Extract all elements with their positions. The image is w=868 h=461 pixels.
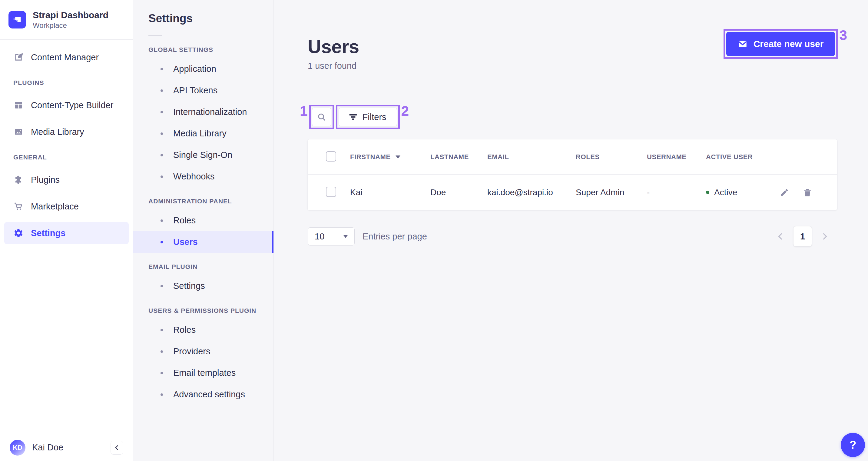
bullet-icon <box>160 154 163 156</box>
column-header-label: FIRSTNAME <box>350 153 391 161</box>
subnav-section-global-settings: GLOBAL SETTINGS <box>148 46 274 53</box>
subnav-item-label: Settings <box>173 281 205 291</box>
subnav-item-label: Advanced settings <box>173 390 245 400</box>
create-new-user-label: Create new user <box>753 39 824 49</box>
pagination-previous-button[interactable] <box>777 232 784 240</box>
bullet-icon <box>160 350 163 353</box>
bullet-icon <box>160 329 163 331</box>
gear-icon <box>13 228 24 238</box>
sidebar-item-label: Marketplace <box>31 202 79 211</box>
sidebar-item-label: Plugins <box>31 175 60 185</box>
entries-per-page-label: Entries per page <box>363 232 427 241</box>
bullet-icon <box>160 241 163 243</box>
cell-active-user: Active <box>706 188 780 197</box>
subnav-item-media-library[interactable]: Media Library <box>133 123 274 144</box>
delete-user-button[interactable] <box>803 188 812 197</box>
sidebar-item-content-type-builder[interactable]: Content-Type Builder <box>4 94 129 116</box>
help-button[interactable]: ? <box>841 433 865 457</box>
sidebar-item-media-library[interactable]: Media Library <box>4 121 129 143</box>
toolbar: 1 Filters 2 <box>298 105 837 129</box>
chevron-left-icon <box>777 232 784 240</box>
pagination-page-1[interactable]: 1 <box>794 226 812 247</box>
subnav-item-label: Internationalization <box>173 107 247 117</box>
subnav-item-up-providers[interactable]: Providers <box>133 341 274 362</box>
annotation-label-2: 2 <box>401 105 409 117</box>
brand-subtitle: Workplace <box>33 21 108 30</box>
picture-icon <box>13 127 24 137</box>
annotation-box-filters: Filters <box>336 105 400 129</box>
active-status-label: Active <box>714 188 737 197</box>
pagination-next-button[interactable] <box>821 232 829 240</box>
bullet-icon <box>160 372 163 374</box>
subnav-item-label: Webhooks <box>173 172 215 181</box>
subnav-item-label: Media Library <box>173 128 226 139</box>
layout-grid-icon <box>13 100 24 110</box>
settings-subnav: Settings GLOBAL SETTINGS Application API… <box>133 0 274 461</box>
entries-per-page-select[interactable]: 10 <box>308 227 355 246</box>
sidebar-section-plugins: PLUGINS <box>13 79 133 86</box>
puzzle-piece-icon <box>13 175 24 185</box>
filters-button[interactable]: Filters <box>339 108 397 126</box>
chevron-left-icon <box>114 444 120 451</box>
pagination-nav: 1 <box>777 226 837 247</box>
chevron-down-icon <box>343 235 348 238</box>
trash-icon <box>803 188 812 197</box>
brand-title: Strapi Dashboard <box>33 10 108 20</box>
pagination-bar: 10 Entries per page 1 <box>308 226 837 247</box>
feather-pen-icon <box>13 52 24 62</box>
page-header: Users 1 user found Create new user 3 <box>308 29 837 71</box>
select-all-checkbox[interactable] <box>326 151 336 162</box>
column-header-firstname: FIRSTNAME <box>350 153 430 161</box>
bullet-icon <box>160 68 163 70</box>
subnav-item-admin-roles[interactable]: Roles <box>133 210 274 231</box>
sidebar-nav: Content Manager PLUGINS Content-Type Bui… <box>0 40 133 244</box>
bullet-icon <box>160 175 163 178</box>
column-header-email: EMAIL <box>487 153 576 161</box>
subnav-item-application[interactable]: Application <box>133 58 274 80</box>
column-header-lastname: LASTNAME <box>430 153 487 161</box>
row-checkbox[interactable] <box>326 187 336 197</box>
subnav-item-admin-users[interactable]: Users <box>133 231 274 253</box>
edit-user-button[interactable] <box>780 188 789 197</box>
create-new-user-button[interactable]: Create new user <box>726 32 835 56</box>
subnav-item-label: Roles <box>173 325 196 335</box>
subnav-item-up-roles[interactable]: Roles <box>133 319 274 341</box>
sidebar-item-label: Settings <box>31 228 65 238</box>
page-title-block: Users 1 user found <box>308 29 359 71</box>
shopping-cart-icon <box>13 201 24 211</box>
sort-caret-icon[interactable] <box>396 155 400 159</box>
sidebar-item-marketplace[interactable]: Marketplace <box>4 196 129 217</box>
bullet-icon <box>160 133 163 135</box>
search-button[interactable] <box>312 108 331 126</box>
filters-label: Filters <box>363 112 386 122</box>
main-content: Users 1 user found Create new user 3 1 <box>274 0 868 461</box>
annotation-box-search <box>309 105 334 129</box>
collapse-sidebar-button[interactable] <box>111 441 123 455</box>
subnav-section-users-permissions-plugin: USERS & PERMISSIONS PLUGIN <box>148 307 274 314</box>
subnav-item-up-advanced-settings[interactable]: Advanced settings <box>133 384 274 405</box>
sidebar-item-plugins[interactable]: Plugins <box>4 169 129 191</box>
subnav-item-label: Application <box>173 64 216 74</box>
user-name: Kai Doe <box>32 442 63 453</box>
active-status-dot-icon <box>706 191 709 194</box>
avatar[interactable]: KD <box>10 440 26 456</box>
subnav-item-webhooks[interactable]: Webhooks <box>133 166 274 187</box>
sidebar-item-content-manager[interactable]: Content Manager <box>4 47 129 68</box>
subnav-item-label: API Tokens <box>173 85 217 95</box>
subnav-item-label: Single Sign-On <box>173 150 232 160</box>
sidebar-item-settings[interactable]: Settings <box>4 222 129 244</box>
user-count: 1 user found <box>308 61 359 71</box>
subnav-item-up-email-templates[interactable]: Email templates <box>133 362 274 384</box>
subnav-item-email-settings[interactable]: Settings <box>133 275 274 297</box>
annotation-box-create: Create new user <box>723 29 838 59</box>
chevron-right-icon <box>821 232 829 240</box>
table-row[interactable]: Kai Doe kai.doe@strapi.io Super Admin - … <box>308 175 837 210</box>
column-header-username: USERNAME <box>647 153 706 161</box>
cell-roles: Super Admin <box>576 188 647 197</box>
sidebar-section-general: GENERAL <box>13 154 133 161</box>
subnav-item-internationalization[interactable]: Internationalization <box>133 101 274 123</box>
cell-username: - <box>647 188 706 197</box>
subnav-item-api-tokens[interactable]: API Tokens <box>133 80 274 101</box>
subnav-item-single-sign-on[interactable]: Single Sign-On <box>133 144 274 166</box>
strapi-logo-icon <box>8 11 26 28</box>
